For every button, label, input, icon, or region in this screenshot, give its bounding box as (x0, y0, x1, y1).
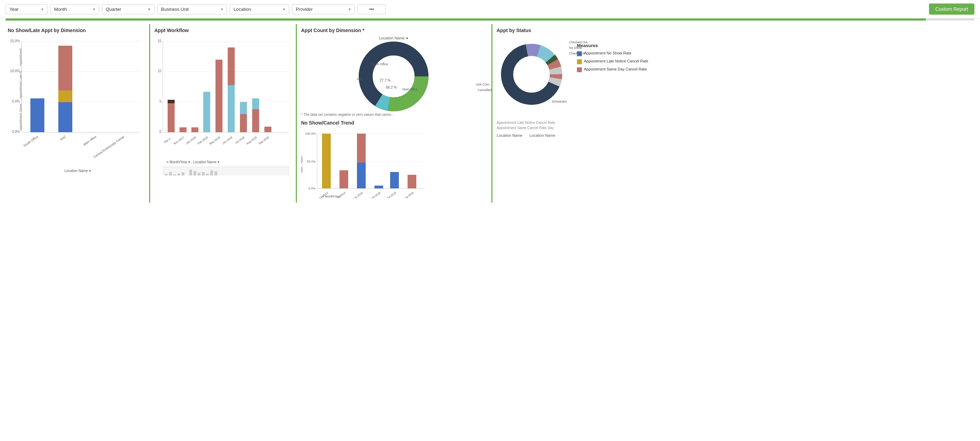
legend-checked-in: Checked In (569, 51, 587, 56)
trend-title: No Show/Cancel Trend (301, 120, 486, 125)
svg-text:Main office: Main office (83, 135, 97, 146)
legend-checked-out: Checked Out (569, 40, 587, 45)
svg-rect-33 (191, 127, 198, 132)
svg-rect-39 (240, 102, 247, 114)
svg-text:Aug-2018: Aug-2018 (246, 136, 258, 146)
svg-text:Jan-2018: Jan-2018 (185, 136, 197, 145)
svg-text:15.0%: 15.0% (10, 39, 20, 43)
svg-text:Jul-2018: Jul-2018 (386, 191, 397, 198)
svg-rect-86 (357, 133, 366, 163)
count-dropdown-label: Location Name (379, 36, 405, 40)
svg-rect-65 (215, 171, 217, 176)
custom-report-button[interactable]: Custom Report (929, 3, 974, 15)
svg-text:0.0%: 0.0% (309, 187, 316, 190)
legend-visit-com: Visit Com... (476, 82, 492, 87)
svg-text:100.0%: 100.0% (305, 132, 316, 135)
svg-text:10: 10 (158, 69, 162, 73)
count-note: * The data set contains negative or zero… (301, 113, 486, 117)
business-unit-filter[interactable]: Business Unit ▾ (157, 4, 227, 14)
svg-rect-56 (173, 174, 176, 176)
legend-red-rect (577, 67, 582, 72)
noshow-title: No Show/Late Appt by Dimension (8, 27, 143, 33)
svg-rect-88 (374, 186, 383, 189)
noshow-chart-svg: 15.0% 10.0% 5.0% 0.0% South Office (8, 36, 144, 176)
workflow-chart-svg: 15 10 5 0 (154, 36, 291, 176)
svg-text:Jun-2018: Jun-2018 (222, 136, 233, 145)
svg-rect-89 (390, 172, 399, 189)
svg-text:Main office: Main office (402, 87, 417, 91)
svg-rect-41 (252, 98, 259, 109)
svg-rect-40 (252, 109, 259, 132)
svg-rect-85 (339, 170, 348, 189)
svg-text:Sep-2...: Sep-2... (163, 136, 173, 144)
month-label: Month (54, 6, 67, 12)
svg-rect-63 (206, 174, 209, 176)
count-title: Appt Count by Dimension * (301, 27, 486, 33)
bottom-location-name-1: Location Name (496, 133, 522, 138)
provider-filter[interactable]: Provider ▾ (292, 4, 355, 14)
svg-rect-64 (210, 170, 213, 176)
bunit-label: Business Unit (161, 6, 189, 12)
svg-rect-31 (168, 100, 175, 103)
quarter-arrow-icon: ▾ (148, 6, 151, 12)
svg-text:Appointment Same... , Appointm: Appointment Same... , Appointment Late N… (19, 46, 22, 130)
year-arrow-icon: ▾ (41, 6, 44, 12)
svg-rect-84 (322, 133, 331, 189)
measures-item-2: Appointment Same Day Cancel Rate (584, 67, 647, 71)
location-label: Location (234, 6, 251, 12)
bunit-arrow-icon: ▾ (221, 6, 223, 12)
svg-point-104 (514, 56, 550, 92)
svg-rect-54 (165, 174, 168, 176)
svg-text:≡ Month/Year: ≡ Month/Year (322, 195, 340, 198)
svg-rect-38 (240, 114, 247, 132)
svg-text:Jul-2018: Jul-2018 (235, 136, 245, 144)
status-title: Appt by Status (496, 27, 972, 33)
legend-no-show: No Show (569, 45, 587, 51)
svg-rect-87 (357, 163, 366, 189)
legend-cancelled: Cancelled (476, 87, 492, 93)
location-filter[interactable]: Location ▾ (230, 4, 289, 14)
measures-item-0: Appointment No Show Rate (584, 51, 632, 55)
provider-arrow-icon: ▾ (348, 6, 351, 12)
month-arrow-icon: ▾ (93, 6, 95, 12)
appt-same-cancel-label: Appointment Same Cancel Rate Day (496, 126, 972, 130)
svg-text:50.0%: 50.0% (307, 160, 316, 163)
svg-text:May-2015: May-2015 (352, 191, 364, 198)
location-arrow-icon: ▾ (283, 6, 285, 12)
svg-rect-12 (58, 90, 72, 102)
filter-bar: Year ▾ Month ▾ Quarter ▾ Business Unit ▾… (0, 0, 980, 19)
svg-text:ASC: ASC (356, 77, 363, 81)
svg-rect-59 (189, 170, 192, 176)
svg-text:ASC: ASC (59, 135, 67, 141)
svg-rect-30 (168, 103, 175, 132)
workflow-panel: Appt Workflow 15 10 5 0 (150, 24, 297, 203)
svg-text:66.2 %: 66.2 % (386, 86, 397, 89)
legend-yellow-rect (577, 59, 582, 64)
svg-rect-60 (194, 171, 196, 176)
month-filter[interactable]: Month ▾ (50, 4, 99, 14)
svg-text:South Office: South Office (371, 62, 388, 66)
svg-rect-34 (203, 92, 210, 132)
legend-scheduled: Scheduled (552, 100, 566, 103)
more-filter[interactable]: ••• (358, 4, 386, 14)
svg-text:5: 5 (159, 100, 161, 103)
count-dropdown-arrow[interactable]: ▾ (406, 36, 408, 40)
noshow-panel: No Show/Late Appt by Dimension 15.0% 10.… (3, 24, 150, 203)
svg-text:Location Name ▾: Location Name ▾ (64, 169, 91, 173)
svg-rect-90 (407, 175, 416, 189)
svg-rect-58 (181, 172, 185, 176)
svg-rect-35 (215, 60, 223, 132)
svg-text:May-2018: May-2018 (209, 136, 221, 146)
svg-rect-37 (228, 85, 235, 132)
svg-text:Appt..., Appoi...: Appt..., Appoi... (301, 154, 303, 173)
count-panel: Appt Count by Dimension * Location Name … (297, 24, 492, 203)
svg-text:Central Endoscopy Center: Central Endoscopy Center (93, 135, 125, 159)
svg-text:0: 0 (159, 130, 161, 133)
svg-text:≡ Month/Year ▾  ,  Location Na: ≡ Month/Year ▾ , Location Name ▾ (167, 160, 220, 164)
workflow-title: Appt Workflow (154, 27, 290, 33)
more-label: ••• (369, 6, 374, 12)
svg-rect-42 (264, 127, 271, 132)
year-filter[interactable]: Year ▾ (6, 4, 48, 14)
count-donut-svg: South Office ASC 27.7 % 66.2 % Main offi… (348, 41, 439, 111)
quarter-filter[interactable]: Quarter ▾ (102, 4, 154, 14)
